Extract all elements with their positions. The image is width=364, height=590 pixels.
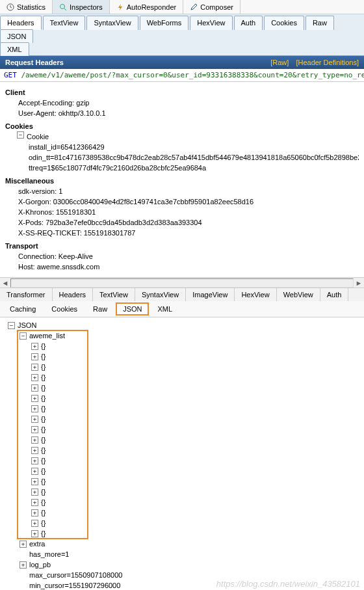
json-extra[interactable]: +extra [3, 539, 364, 549]
request-tab-cookies[interactable]: Cookies [264, 16, 304, 30]
request-tab-raw[interactable]: Raw [306, 16, 334, 30]
header-item[interactable]: Accept-Encoding: gzip [18, 98, 359, 108]
tab-inspectors[interactable]: Inspectors [53, 0, 110, 14]
response-subtab-xml[interactable]: XML [150, 302, 179, 315]
json-aweme-item[interactable]: +{} [3, 507, 364, 518]
magnifier-icon [59, 3, 67, 11]
json-aweme-item[interactable]: +{} [3, 445, 364, 455]
request-tab-hexview[interactable]: HexView [190, 16, 232, 30]
expand-toggle[interactable]: + [31, 395, 38, 402]
expand-toggle[interactable]: + [31, 416, 38, 423]
json-aweme-list[interactable]: −aweme_list [3, 330, 364, 341]
response-subtab-caching[interactable]: Caching [3, 302, 43, 315]
expand-toggle[interactable]: − [17, 131, 24, 139]
expand-toggle[interactable]: + [31, 405, 38, 412]
expand-toggle[interactable]: + [31, 489, 38, 496]
response-subtab-cookies[interactable]: Cookies [44, 302, 84, 315]
expand-toggle[interactable]: + [31, 374, 38, 381]
expand-toggle[interactable]: + [31, 509, 38, 516]
expand-toggle[interactable]: + [31, 343, 38, 350]
tab-autoresponder[interactable]: AutoResponder [110, 0, 183, 14]
expand-toggle[interactable]: − [20, 332, 27, 340]
request-url-bar[interactable]: GET /aweme/v1/aweme/post/?max_cursor=0&u… [0, 69, 364, 82]
expand-toggle[interactable]: + [31, 520, 38, 527]
expand-toggle[interactable]: + [31, 353, 38, 360]
expand-toggle[interactable]: + [31, 384, 38, 392]
header-item[interactable]: X-Pods: 792ba3e7efe0bcc9da45bdadb3d2d383… [18, 217, 359, 228]
json-aweme-item[interactable]: +{} [3, 424, 364, 435]
json-aweme-item[interactable]: +{} [3, 403, 364, 414]
request-tab-json[interactable]: JSON [0, 29, 33, 43]
expand-toggle[interactable]: + [31, 447, 38, 454]
request-tab-syntaxview[interactable]: SyntaxView [86, 16, 138, 30]
header-item[interactable]: X-Gorgon: 03006cc0840049e4d2f8c149741ca3… [18, 196, 359, 207]
scroll-track[interactable] [10, 278, 354, 288]
cookie-node[interactable]: Cookie [27, 131, 49, 142]
expand-toggle[interactable]: + [31, 426, 38, 433]
json-aweme-item[interactable]: +{} [3, 528, 364, 539]
response-tab-auth[interactable]: Auth [320, 288, 349, 301]
response-tab-webview[interactable]: WebView [277, 288, 320, 301]
response-tab-syntaxview[interactable]: SyntaxView [135, 288, 186, 301]
header-definitions-link[interactable]: [Header Definitions] [296, 59, 359, 66]
json-aweme-item[interactable]: +{} [3, 476, 364, 487]
json-aweme-item[interactable]: +{} [3, 351, 364, 362]
json-has-more[interactable]: has_more=1 [3, 549, 364, 559]
json-max-cursor[interactable]: max_cursor=1550907108000 [3, 570, 364, 580]
request-tab-auth[interactable]: Auth [234, 16, 263, 30]
response-tab-imageview[interactable]: ImageView [186, 288, 235, 301]
tab-statistics[interactable]: Statistics [0, 0, 53, 14]
scroll-left-icon[interactable]: ◄ [0, 279, 10, 287]
json-aweme-item[interactable]: +{} [3, 466, 364, 476]
json-min-cursor[interactable]: min_cursor=1551907296000 [3, 580, 364, 590]
expand-toggle[interactable]: − [8, 322, 15, 329]
expand-toggle[interactable]: + [31, 436, 38, 444]
expand-toggle[interactable]: + [31, 499, 38, 506]
json-aweme-item[interactable]: +{} [3, 518, 364, 528]
json-aweme-item[interactable]: +{} [3, 497, 364, 507]
header-item[interactable]: Host: aweme.snssdk.com [18, 261, 359, 272]
request-tab-headers[interactable]: Headers [0, 16, 42, 30]
header-item[interactable]: Connection: Keep-Alive [18, 251, 359, 261]
expand-toggle[interactable]: + [20, 541, 27, 548]
json-root[interactable]: −JSON [3, 320, 364, 330]
response-tab-headers[interactable]: Headers [53, 288, 94, 301]
json-aweme-item[interactable]: +{} [3, 414, 364, 424]
scroll-right-icon[interactable]: ► [354, 279, 364, 287]
json-aweme-item[interactable]: +{} [3, 382, 364, 393]
header-item[interactable]: User-Agent: okhttp/3.10.0.1 [18, 108, 359, 118]
json-aweme-item[interactable]: +{} [3, 435, 364, 445]
json-aweme-item[interactable]: +{} [3, 341, 364, 351]
horizontal-scrollbar[interactable]: ◄ ► [0, 277, 364, 288]
json-aweme-item[interactable]: +{} [3, 372, 364, 382]
response-tab-hexview[interactable]: HexView [235, 288, 276, 301]
expand-toggle[interactable]: + [31, 364, 38, 371]
tab-composer[interactable]: Composer [183, 0, 240, 14]
json-aweme-item[interactable]: +{} [3, 393, 364, 403]
raw-link[interactable]: [Raw] [270, 59, 289, 66]
expand-toggle[interactable]: + [31, 468, 38, 475]
cookie-item[interactable]: install_id=65412366429 [29, 142, 359, 152]
cookie-item[interactable]: odin_tt=81c47167389538cc9b478dc2eab28c57… [29, 152, 359, 163]
json-aweme-item[interactable]: +{} [3, 362, 364, 372]
expand-toggle[interactable]: + [20, 561, 27, 569]
response-subtab-raw[interactable]: Raw [86, 302, 114, 315]
pencil-icon [190, 3, 198, 11]
request-tab-webforms[interactable]: WebForms [140, 16, 189, 30]
header-item[interactable]: X-Khronos: 1551918301 [18, 207, 359, 217]
cookie-item[interactable]: ttreq=1$65c18077df4fc79c2160d26ba28cbfc2… [29, 163, 359, 173]
expand-toggle[interactable]: + [31, 478, 38, 485]
header-item[interactable]: X-SS-REQ-TICKET: 1551918301787 [18, 228, 359, 238]
request-tab-textview[interactable]: TextView [43, 16, 86, 30]
response-tab-transformer[interactable]: Transformer [0, 288, 53, 301]
json-log-pb[interactable]: +log_pb [3, 559, 364, 570]
response-subtab-json[interactable]: JSON [116, 302, 149, 315]
expand-toggle[interactable]: + [31, 530, 38, 537]
tab-label: Inspectors [70, 3, 103, 11]
header-item[interactable]: sdk-version: 1 [18, 186, 359, 196]
json-aweme-item[interactable]: +{} [3, 455, 364, 466]
response-tab-textview[interactable]: TextView [93, 288, 135, 301]
expand-toggle[interactable]: + [31, 457, 38, 464]
json-aweme-item[interactable]: +{} [3, 487, 364, 497]
request-tab-xml[interactable]: XML [0, 42, 29, 56]
